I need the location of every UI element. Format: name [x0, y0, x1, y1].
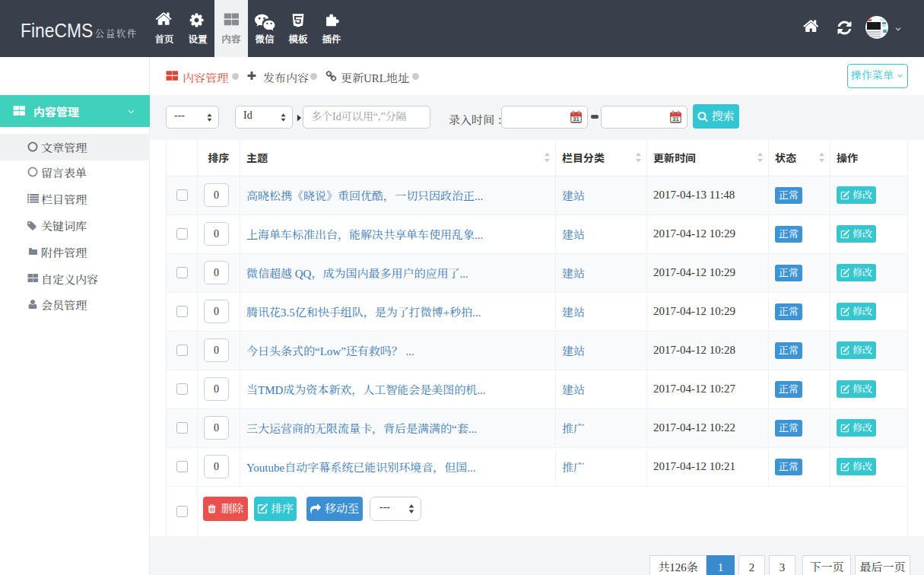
svg-text:31: 31: [672, 116, 678, 122]
svg-text:31: 31: [573, 116, 579, 122]
